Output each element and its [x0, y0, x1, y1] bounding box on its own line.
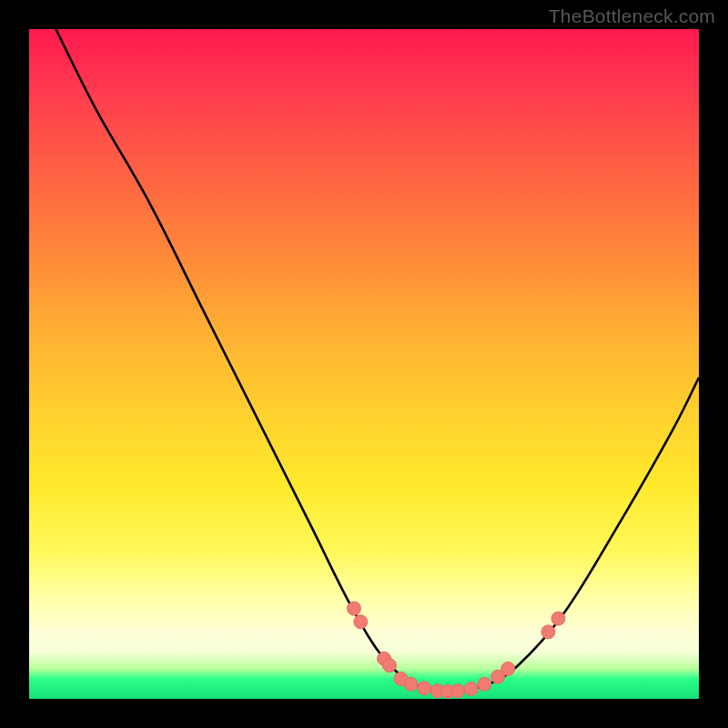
watermark-text: TheBottleneck.com [549, 5, 715, 27]
chart-frame: TheBottleneck.com [0, 0, 728, 728]
plot-area [29, 29, 699, 699]
